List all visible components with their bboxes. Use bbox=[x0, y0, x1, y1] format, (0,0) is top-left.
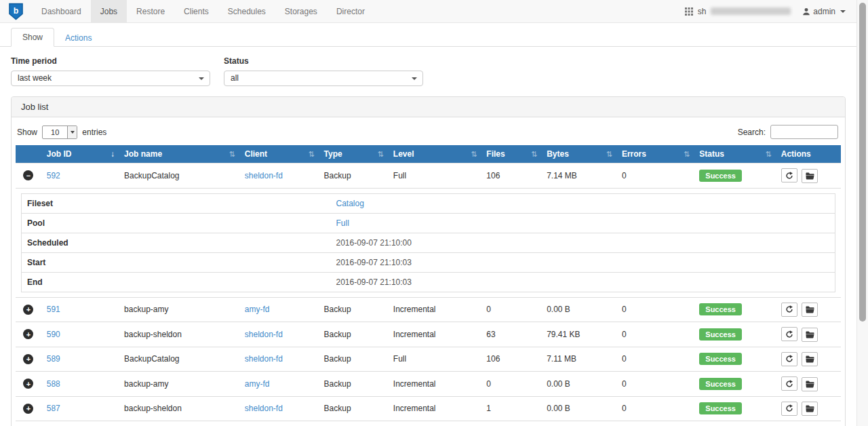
status-select[interactable]: all bbox=[224, 71, 423, 86]
detail-value-link[interactable]: Catalog bbox=[336, 199, 364, 208]
detail-value-link[interactable]: Full bbox=[336, 218, 349, 228]
sort-icon[interactable]: ⇅ bbox=[766, 150, 772, 159]
nav-item-director[interactable]: Director bbox=[327, 0, 374, 22]
nav-item-schedules[interactable]: Schedules bbox=[218, 0, 275, 22]
search-input[interactable] bbox=[770, 125, 838, 139]
bareos-logo[interactable]: b bbox=[0, 0, 32, 22]
nav-item-dashboard[interactable]: Dashboard bbox=[32, 0, 91, 22]
browse-files-button[interactable] bbox=[802, 352, 818, 366]
files-cell: 106 bbox=[481, 163, 541, 189]
nav-item-restore[interactable]: Restore bbox=[127, 0, 174, 22]
rerun-circular-arrow-icon bbox=[785, 355, 793, 363]
rerun-job-button[interactable] bbox=[781, 402, 797, 416]
col-label: Level bbox=[393, 149, 414, 159]
errors-cell: 0 bbox=[616, 297, 694, 322]
user-menu[interactable]: admin bbox=[802, 7, 846, 16]
sort-icon[interactable]: ⇅ bbox=[684, 150, 690, 159]
browse-files-button[interactable] bbox=[802, 303, 818, 317]
table-row: + 591 backup-amy amy-fd Backup Increment… bbox=[16, 297, 841, 322]
expand-toggle-icon[interactable]: + bbox=[23, 354, 33, 364]
nav-item-storages[interactable]: Storages bbox=[275, 0, 327, 22]
job-id-link[interactable]: 590 bbox=[47, 330, 60, 339]
user-name: admin bbox=[813, 7, 835, 16]
col-label: Client bbox=[245, 149, 267, 159]
time-period-value: last week bbox=[18, 73, 52, 83]
col-bytes[interactable]: Bytes⇅ bbox=[541, 145, 616, 163]
folder-icon bbox=[806, 381, 814, 388]
scrollbar-thumb[interactable] bbox=[859, 3, 866, 322]
col-label: Bytes bbox=[547, 149, 569, 159]
client-link[interactable]: amy-fd bbox=[245, 305, 270, 314]
rerun-job-button[interactable] bbox=[781, 303, 797, 317]
client-link[interactable]: sheldon-fd bbox=[245, 404, 283, 413]
client-link[interactable]: sheldon-fd bbox=[245, 354, 283, 364]
expanded-detail-row: FilesetCatalogPoolFullScheduled2016-09-0… bbox=[16, 188, 841, 297]
expand-toggle-icon[interactable]: + bbox=[23, 379, 33, 389]
expand-toggle-icon[interactable]: + bbox=[23, 329, 33, 339]
tab-actions[interactable]: Actions bbox=[54, 29, 102, 47]
type-cell: Backup bbox=[319, 396, 388, 421]
rerun-job-button[interactable] bbox=[781, 352, 797, 366]
chevron-down-icon bbox=[71, 131, 75, 134]
col-status[interactable]: Status⇅ bbox=[694, 145, 775, 163]
errors-cell: 0 bbox=[616, 163, 694, 189]
time-period-select[interactable]: last week bbox=[11, 71, 210, 86]
sort-icon[interactable]: ⇅ bbox=[471, 150, 477, 159]
rerun-job-button[interactable] bbox=[781, 327, 797, 341]
level-cell: Full bbox=[388, 421, 481, 426]
expand-toggle-icon[interactable]: + bbox=[23, 305, 33, 315]
browse-files-button[interactable] bbox=[802, 328, 818, 342]
rerun-job-button[interactable] bbox=[781, 168, 797, 182]
col-job-id[interactable]: Job ID↓ bbox=[41, 145, 119, 163]
client-link[interactable]: amy-fd bbox=[245, 379, 270, 389]
nav-item-jobs[interactable]: Jobs bbox=[91, 0, 127, 22]
job-id-link[interactable]: 589 bbox=[47, 354, 60, 364]
job-id-link[interactable]: 591 bbox=[47, 305, 60, 314]
expand-toggle-icon[interactable]: − bbox=[23, 170, 33, 180]
sort-desc-icon[interactable]: ↓ bbox=[111, 149, 115, 159]
type-cell: Backup bbox=[319, 297, 388, 322]
show-entries-label: Show bbox=[17, 128, 37, 137]
bytes-cell: 0.00 B bbox=[541, 297, 616, 322]
table-row: + 590 backup-sheldon sheldon-fd Backup I… bbox=[16, 322, 841, 347]
col-errors[interactable]: Errors⇅ bbox=[616, 145, 694, 163]
nav-item-clients[interactable]: Clients bbox=[174, 0, 218, 22]
browse-files-button[interactable] bbox=[802, 402, 818, 416]
sort-icon[interactable]: ⇅ bbox=[308, 150, 314, 159]
expand-toggle-icon[interactable]: + bbox=[23, 404, 33, 414]
bytes-cell: 7.09 MB bbox=[541, 421, 616, 426]
job-id-link[interactable]: 588 bbox=[47, 379, 60, 389]
sort-icon[interactable]: ⇅ bbox=[606, 150, 612, 159]
client-link[interactable]: sheldon-fd bbox=[245, 171, 283, 180]
col-type[interactable]: Type⇅ bbox=[319, 145, 388, 163]
type-cell: Backup bbox=[319, 163, 388, 189]
type-cell: Backup bbox=[319, 372, 388, 397]
tab-show[interactable]: Show bbox=[11, 28, 54, 47]
select-arrow bbox=[67, 126, 77, 138]
browse-files-button[interactable] bbox=[802, 377, 818, 391]
col-label: Files bbox=[486, 149, 505, 159]
search-label: Search: bbox=[738, 128, 766, 137]
col-client[interactable]: Client⇅ bbox=[239, 145, 319, 163]
vertical-scrollbar[interactable] bbox=[856, 0, 868, 426]
status-badge: Success bbox=[699, 402, 742, 414]
table-row: + 589 BackupCatalog sheldon-fd Backup Fu… bbox=[16, 347, 841, 372]
sort-icon[interactable]: ⇅ bbox=[531, 150, 537, 159]
col-level[interactable]: Level⇅ bbox=[388, 145, 481, 163]
client-link[interactable]: sheldon-fd bbox=[245, 330, 283, 339]
sort-icon[interactable]: ⇅ bbox=[229, 150, 235, 159]
folder-icon bbox=[806, 405, 814, 412]
job-id-link[interactable]: 592 bbox=[47, 171, 60, 180]
entries-select[interactable]: 10 bbox=[42, 125, 77, 139]
col-files[interactable]: Files⇅ bbox=[481, 145, 541, 163]
sort-icon[interactable]: ⇅ bbox=[378, 150, 384, 159]
job-id-link[interactable]: 587 bbox=[47, 404, 60, 413]
detail-value: Catalog bbox=[331, 193, 835, 213]
col-job-name[interactable]: Job name⇅ bbox=[119, 145, 239, 163]
browse-files-button[interactable] bbox=[802, 169, 818, 183]
rerun-job-button[interactable] bbox=[781, 376, 797, 391]
tab-bar: Show Actions bbox=[0, 23, 856, 47]
level-cell: Incremental bbox=[388, 396, 481, 421]
job-name-cell: backup-sheldon bbox=[119, 396, 239, 421]
bytes-cell: 0.00 B bbox=[541, 396, 616, 421]
